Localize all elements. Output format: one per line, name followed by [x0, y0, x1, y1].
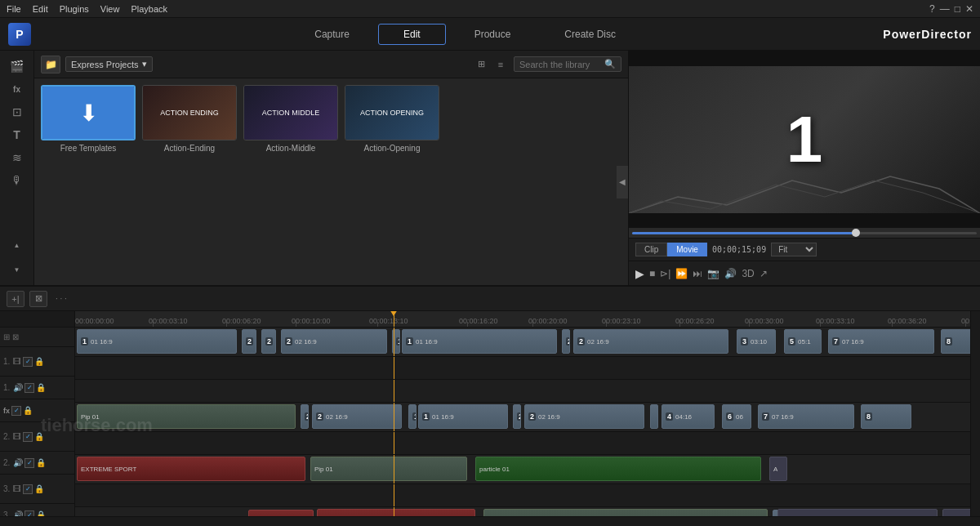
track-lock-3a[interactable]: 🔒 — [36, 510, 46, 516]
clip-1-3[interactable]: 2 02 16:9 — [281, 329, 387, 354]
playhead[interactable] — [394, 311, 394, 327]
timeline-tracks[interactable]: 00:00:00:00 00:00:03:10 00:00:06:20 00:0… — [75, 311, 970, 516]
clip-2-1[interactable]: Pip 01 — [77, 404, 296, 429]
media-thumb-action-middle[interactable]: ACTION MIDDLE — [243, 85, 338, 140]
clip-2-9[interactable]: 4 04:16 — [662, 404, 715, 429]
fast-forward-button[interactable]: ⏩ — [675, 268, 688, 279]
menu-plugins[interactable]: Plugins — [60, 4, 89, 14]
tab-edit[interactable]: Edit — [378, 24, 446, 45]
sidebar-expand-up[interactable]: ▲ — [5, 234, 29, 256]
maximize-icon[interactable]: □ — [955, 3, 960, 15]
track-lock-2a[interactable]: 🔒 — [36, 458, 46, 467]
track-row-3-audio[interactable] — [75, 484, 970, 507]
track-check-2a[interactable]: ✓ — [24, 458, 34, 468]
tab-capture[interactable]: Capture — [289, 24, 375, 45]
clip-4-4[interactable]: I love the thrill of victo — [942, 509, 970, 516]
sidebar-expand-down[interactable]: ▼ — [5, 259, 29, 280]
search-input[interactable] — [519, 60, 601, 69]
track-lock-3[interactable]: 🔒 — [34, 484, 44, 493]
media-item-action-middle[interactable]: ACTION MIDDLE Action-Middle — [243, 85, 338, 279]
track-row-fx[interactable] — [75, 380, 970, 403]
volume-button[interactable]: 🔊 — [724, 268, 737, 279]
track-lock-1[interactable]: 🔒 — [34, 357, 44, 366]
media-thumb-action-opening[interactable]: ACTION OPENING — [345, 85, 439, 140]
clip-4-3[interactable]: If you're going to do something, str — [777, 509, 938, 516]
track-row-2-video[interactable]: Pip 01 2 2 02 16:9 1 1 01 16:9 2 — [75, 403, 970, 432]
media-thumb-free-templates[interactable]: ⬇ — [41, 85, 136, 140]
track-lock-fx[interactable]: 🔒 — [23, 406, 33, 415]
help-icon[interactable]: ? — [929, 3, 935, 15]
sidebar-icon-titles[interactable]: T — [5, 124, 29, 145]
clip-1-2b[interactable]: 2 — [261, 329, 276, 354]
play-button[interactable]: ▶ — [635, 267, 644, 280]
clip-2-4[interactable]: 1 — [408, 404, 416, 429]
track-lock-1a[interactable]: 🔒 — [36, 383, 46, 392]
track-controls-icon[interactable]: ⊠ — [12, 332, 19, 341]
clip-3-2[interactable]: Pip 01 — [310, 457, 467, 481]
sidebar-icon-effects[interactable]: fx — [5, 78, 29, 100]
clip-4-1-thumb[interactable]: MS.SPO — [248, 510, 314, 516]
track-row-3-video[interactable]: EXTREME SPORT Pip 01 particle 01 A — [75, 455, 970, 484]
menu-edit[interactable]: Edit — [33, 4, 48, 14]
progress-thumb[interactable] — [852, 229, 860, 237]
track-row-1-audio[interactable] — [75, 357, 970, 380]
track-lock-2[interactable]: 🔒 — [34, 432, 44, 441]
clip-1-5[interactable]: 1 01 16:9 — [402, 329, 557, 354]
menu-file[interactable]: File — [7, 4, 21, 14]
tab-create-disc[interactable]: Create Disc — [539, 24, 641, 45]
open-folder-button[interactable]: 📁 — [41, 56, 60, 74]
clip-1-11[interactable]: 8 — [941, 329, 970, 354]
track-check-2[interactable]: ✓ — [23, 432, 33, 442]
fullscreen-button[interactable]: ↗ — [760, 268, 768, 279]
clip-1-9[interactable]: 5 05:1 — [784, 329, 822, 354]
clip-2-11[interactable]: 7 07 16:9 — [758, 404, 854, 429]
media-item-free-templates[interactable]: ⬇ Free Templates — [41, 85, 136, 279]
sidebar-icon-pip[interactable]: ⊡ — [5, 101, 29, 123]
track-check-3[interactable]: ✓ — [23, 484, 33, 494]
progress-track[interactable] — [632, 232, 977, 234]
preview-progress-bar[interactable] — [629, 228, 980, 238]
tab-produce[interactable]: Produce — [449, 24, 537, 45]
close-icon[interactable]: ✕ — [965, 3, 973, 15]
clip-2-12[interactable]: 8 — [861, 404, 911, 429]
sidebar-icon-transitions[interactable]: ≋ — [5, 147, 29, 168]
track-check-fx[interactable]: ✓ — [11, 406, 21, 416]
track-row-4-video[interactable]: MS.SPO EXTREME SPORT Pip 01 If you're go… — [75, 507, 970, 516]
timeline-scroll[interactable] — [0, 516, 980, 526]
list-view-button[interactable]: ≡ — [492, 56, 509, 73]
step-forward-button[interactable]: ⊳| — [660, 268, 670, 279]
track-row-1-video[interactable]: 1 01 16:9 2 2 2 02 16:9 1 1 01 — [75, 328, 970, 357]
clip-2-7[interactable]: 2 02 16:9 — [524, 404, 644, 429]
clip-4-1[interactable]: EXTREME SPORT — [317, 509, 475, 516]
express-projects-dropdown[interactable]: Express Projects ▾ — [65, 56, 153, 72]
media-item-action-opening[interactable]: ACTION OPENING Action-Opening — [345, 85, 439, 279]
menu-playback[interactable]: Playback — [131, 4, 167, 14]
timeline-snap-button[interactable]: ⊠ — [29, 291, 47, 307]
clip-2-10[interactable]: 6 06 — [722, 404, 751, 429]
stop-button[interactable]: ■ — [649, 268, 655, 279]
clip-1-8[interactable]: 3 03:10 — [737, 329, 776, 354]
clip-3-4[interactable]: A — [769, 457, 787, 481]
track-check-1[interactable]: ✓ — [23, 357, 33, 367]
movie-toggle-button[interactable]: Movie — [667, 243, 707, 256]
track-check-3a[interactable]: ✓ — [24, 510, 34, 517]
clip-3-3[interactable]: particle 01 — [475, 457, 761, 481]
media-thumb-action-ending[interactable]: ACTION ENDING — [142, 85, 237, 140]
clip-toggle-button[interactable]: Clip — [635, 243, 667, 256]
3d-button[interactable]: 3D — [742, 268, 754, 279]
track-check-1a[interactable]: ✓ — [24, 383, 34, 393]
clip-1-7[interactable]: 2 02 16:9 — [573, 329, 728, 354]
clip-3-1[interactable]: EXTREME SPORT — [77, 457, 305, 481]
clip-2-6[interactable]: 2 — [513, 404, 521, 429]
fit-select[interactable]: Fit 100% 50% — [771, 243, 817, 256]
panel-collapse-button[interactable]: ◀ — [617, 166, 628, 198]
timeline-add-track-button[interactable]: +| — [7, 291, 24, 307]
add-track-icon[interactable]: ⊞ — [3, 332, 10, 341]
clip-2-8[interactable] — [650, 404, 658, 429]
menu-view[interactable]: View — [100, 4, 120, 14]
clip-1-2a[interactable]: 2 — [242, 329, 256, 354]
right-scrollbar[interactable] — [970, 311, 980, 516]
grid-view-button[interactable]: ⊞ — [473, 56, 489, 73]
snapshot-button[interactable]: 📷 — [707, 268, 719, 279]
track-row-2-audio[interactable] — [75, 432, 970, 455]
